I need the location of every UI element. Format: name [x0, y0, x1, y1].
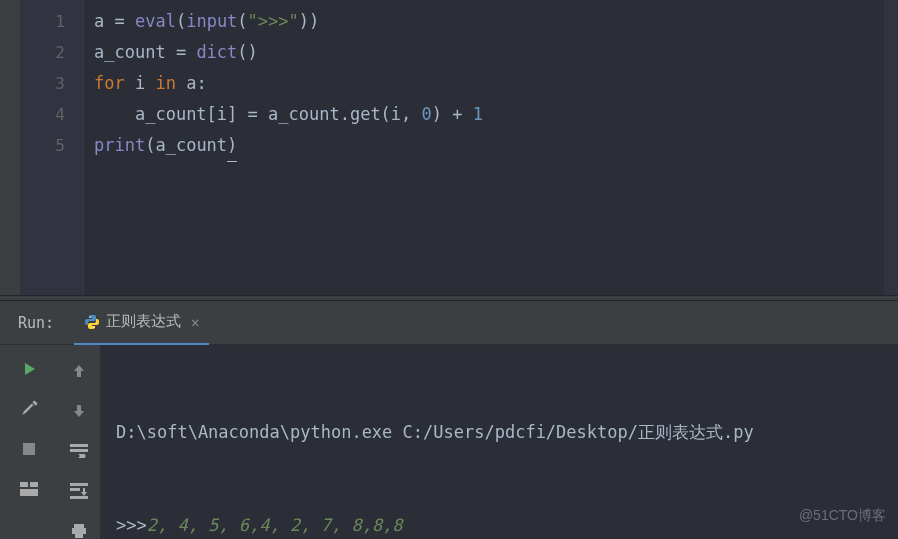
number-literal: 1	[473, 104, 483, 124]
builtin-dict: dict	[196, 42, 237, 62]
builtin-print: print	[94, 135, 145, 155]
run-content: D:\soft\Anaconda\python.exe C:/Users/pdc…	[0, 345, 898, 539]
builtin-input: input	[186, 11, 237, 31]
rerun-button[interactable]	[17, 357, 41, 381]
close-icon[interactable]: ✕	[191, 314, 199, 330]
operator: ) +	[432, 104, 473, 124]
console-line[interactable]: >>>2, 4, 5, 6,4, 2, 7, 8,8,8	[116, 510, 882, 539]
line-number-gutter[interactable]: 1 2 3 4 5	[20, 0, 84, 295]
indent	[94, 104, 135, 124]
watermark: @51CTO博客	[799, 507, 886, 525]
svg-rect-3	[20, 482, 28, 487]
svg-rect-8	[70, 483, 88, 486]
editor-left-gutter	[0, 0, 20, 295]
code-line-2[interactable]: a_count = dict()	[94, 37, 884, 68]
variable: a_count	[94, 42, 176, 62]
operator: =	[176, 42, 196, 62]
variable: a	[186, 73, 196, 93]
line-number[interactable]: 2	[20, 37, 65, 68]
variable: a_count	[155, 135, 227, 155]
code-line-3[interactable]: for i in a:	[94, 68, 884, 99]
svg-rect-4	[30, 482, 38, 487]
line-number[interactable]: 5	[20, 130, 65, 161]
svg-point-1	[93, 326, 94, 327]
builtin-eval: eval	[135, 11, 176, 31]
settings-button[interactable]	[17, 397, 41, 421]
comma: ,	[401, 104, 421, 124]
run-tab-label: 正则表达式	[106, 312, 181, 331]
console-user-input: 2, 4, 5, 6,4, 2, 7, 8,8,8	[147, 515, 403, 535]
svg-rect-2	[23, 443, 35, 455]
run-label: Run:	[0, 314, 58, 332]
operator: =	[114, 11, 134, 31]
paren: (	[176, 11, 186, 31]
run-tab[interactable]: 正则表达式 ✕	[74, 301, 209, 345]
python-icon	[84, 314, 100, 330]
paren: (	[237, 11, 247, 31]
method-call: a_count.get(i	[268, 104, 401, 124]
keyword-for: for	[94, 73, 135, 93]
string-literal: ">>>"	[248, 11, 299, 31]
variable: i	[135, 73, 155, 93]
scroll-to-end-button[interactable]	[67, 479, 91, 503]
line-number[interactable]: 3	[20, 68, 65, 99]
paren: ))	[299, 11, 319, 31]
down-arrow-button[interactable]	[67, 399, 91, 423]
variable: a_count[i]	[135, 104, 248, 124]
console-line[interactable]: D:\soft\Anaconda\python.exe C:/Users/pdc…	[116, 417, 882, 448]
svg-rect-5	[20, 489, 38, 496]
run-body: Run: 正则表达式 ✕	[0, 301, 898, 539]
colon: :	[196, 73, 206, 93]
svg-rect-7	[70, 449, 88, 452]
paren: )	[227, 130, 237, 162]
paren: ()	[237, 42, 257, 62]
run-tool-window: Run: 正则表达式 ✕	[0, 301, 898, 539]
print-button[interactable]	[67, 519, 91, 539]
svg-rect-9	[70, 488, 80, 491]
svg-rect-11	[74, 524, 84, 528]
number-literal: 0	[422, 104, 432, 124]
layout-button[interactable]	[17, 477, 41, 501]
code-line-4[interactable]: a_count[i] = a_count.get(i, 0) + 1	[94, 99, 884, 130]
line-number[interactable]: 1	[20, 6, 65, 37]
code-line-1[interactable]: a = eval(input(">>>"))	[94, 6, 884, 37]
run-header: Run: 正则表达式 ✕	[0, 301, 898, 345]
line-number[interactable]: 4	[20, 99, 65, 130]
keyword-in: in	[155, 73, 186, 93]
svg-rect-6	[70, 444, 88, 447]
console-output[interactable]: D:\soft\Anaconda\python.exe C:/Users/pdc…	[100, 345, 898, 539]
run-toolbar-secondary	[58, 345, 100, 539]
console-prompt: >>>	[116, 515, 147, 535]
svg-rect-13	[75, 533, 83, 538]
editor-scrollbar[interactable]	[884, 0, 898, 295]
code-text-area[interactable]: a = eval(input(">>>")) a_count = dict() …	[84, 0, 884, 295]
run-toolbar-primary	[0, 345, 58, 539]
operator: =	[248, 104, 268, 124]
code-line-5[interactable]: print(a_count)	[94, 130, 884, 161]
svg-point-0	[89, 316, 90, 317]
stop-button[interactable]	[17, 437, 41, 461]
svg-rect-10	[70, 496, 88, 499]
up-arrow-button[interactable]	[67, 359, 91, 383]
variable: a	[94, 11, 114, 31]
paren: (	[145, 135, 155, 155]
soft-wrap-button[interactable]	[67, 439, 91, 463]
code-editor: 1 2 3 4 5 a = eval(input(">>>")) a_count…	[0, 0, 898, 295]
